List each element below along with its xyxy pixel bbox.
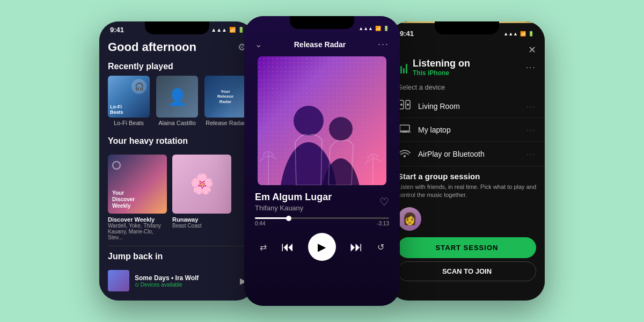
phone-right: 9:41 ▲▲▲ 📶 🔋 ✕ Listening on bbox=[389, 21, 545, 301]
rp-item-lofi[interactable]: 🎧 Lo-FiBeats Lo-Fi Beats bbox=[108, 76, 150, 127]
right-screen: 9:41 ▲▲▲ 📶 🔋 ✕ Listening on bbox=[389, 21, 545, 301]
device-name-laptop: My laptop bbox=[418, 126, 520, 134]
rp-cover-radar: YourReleaseRadar bbox=[204, 76, 246, 118]
listening-more-icon[interactable]: ··· bbox=[526, 63, 536, 72]
phone-left: 9:41 ▲▲▲ 📶 🔋 Good afternoon ⚙ Recently p… bbox=[99, 21, 255, 301]
svg-point-7 bbox=[407, 104, 409, 106]
time-total: -3:13 bbox=[377, 221, 389, 226]
notch-right bbox=[435, 21, 499, 34]
jb-title: Some Days • Ira Wolf bbox=[135, 274, 235, 282]
time-left: 9:41 bbox=[110, 26, 124, 34]
bar3 bbox=[403, 68, 405, 74]
scan-to-join-button[interactable]: SCAN TO JOIN bbox=[398, 261, 536, 281]
track-title: Em Algum Lugar bbox=[255, 192, 332, 203]
signal-icon-c: ▲▲▲ bbox=[358, 26, 373, 31]
play-button[interactable]: ▶ bbox=[308, 233, 336, 261]
jb-info: Some Days • Ira Wolf ⊙ Devices available bbox=[135, 274, 235, 288]
left-header: Good afternoon ⚙ bbox=[99, 36, 255, 58]
shuffle-icon[interactable]: ⇄ bbox=[260, 242, 267, 252]
prev-track-icon[interactable]: ⏮ bbox=[281, 239, 294, 254]
repeat-icon[interactable]: ↺ bbox=[377, 242, 384, 252]
playback-controls: ⇄ ⏮ ▶ ⏭ ↺ bbox=[244, 229, 400, 265]
listening-on: Listening on This iPhone ··· bbox=[389, 56, 545, 81]
progress-times: 0:44 -3:13 bbox=[255, 221, 389, 226]
avatar-row: 👩 bbox=[389, 203, 545, 235]
select-device-label: Select a device bbox=[389, 81, 545, 94]
progress-bar[interactable] bbox=[255, 217, 389, 219]
device-more-living-room[interactable]: ··· bbox=[526, 102, 536, 111]
wifi-icon-c: 📶 bbox=[375, 26, 381, 31]
rp-item-radar[interactable]: YourReleaseRadar Release Radar bbox=[204, 76, 246, 127]
battery-icon-c: 🔋 bbox=[383, 26, 389, 31]
device-item-living-room[interactable]: Living Room ··· bbox=[389, 94, 545, 118]
svg-point-3 bbox=[329, 117, 353, 141]
wifi-icon: 📶 bbox=[229, 27, 236, 33]
progress-bar-wrap: 0:44 -3:13 bbox=[244, 212, 400, 229]
home-greeting: Good afternoon bbox=[108, 40, 196, 54]
center-top-bar: ⌄ Release Radar ··· bbox=[244, 33, 400, 54]
device-name-living-room: Living Room bbox=[418, 102, 520, 111]
heavy-rotation-title: Your heavy rotation bbox=[99, 133, 255, 150]
listening-sub: This iPhone bbox=[413, 69, 470, 77]
device-more-airplay[interactable]: ··· bbox=[526, 150, 536, 158]
listening-title: Listening on bbox=[413, 58, 470, 69]
signal-icon: ▲▲▲ bbox=[211, 27, 227, 33]
group-session: Start a group session Listen with friend… bbox=[389, 166, 545, 203]
jb-sub: ⊙ Devices available bbox=[135, 282, 235, 288]
svg-point-1 bbox=[294, 106, 324, 136]
avatar: 👩 bbox=[398, 207, 421, 231]
bar2 bbox=[400, 66, 402, 74]
wifi-icon-r: 📶 bbox=[520, 31, 526, 36]
hr-item-dw[interactable]: YourDiscoverWeekly Discover Weekly Warde… bbox=[108, 155, 167, 240]
rp-label-alaina: Alaina Castillo bbox=[158, 120, 196, 127]
center-screen: ▲▲▲ 📶 🔋 ⌄ Release Radar ··· bbox=[244, 16, 400, 306]
recently-played-row: 🎧 Lo-FiBeats Lo-Fi Beats 👤 Alaina Castil… bbox=[99, 76, 255, 133]
jump-back-title: Jump back in bbox=[99, 248, 255, 266]
phone-center: ▲▲▲ 📶 🔋 ⌄ Release Radar ··· bbox=[244, 16, 400, 306]
disc-icon bbox=[112, 161, 121, 170]
device-name-airplay: AirPlay or Bluetooth bbox=[418, 150, 520, 158]
more-options-icon[interactable]: ··· bbox=[378, 39, 389, 50]
hr-sublabel-runaway: Beast Coast bbox=[172, 223, 231, 229]
listening-text: Listening on This iPhone bbox=[413, 58, 470, 77]
device-more-laptop[interactable]: ··· bbox=[526, 126, 536, 134]
device-item-airplay[interactable]: AirPlay or Bluetooth ··· bbox=[389, 142, 545, 166]
signal-icon-r: ▲▲▲ bbox=[503, 31, 518, 36]
track-artist: Thifany Kauany bbox=[255, 204, 332, 212]
rp-cover-alaina: 👤 bbox=[156, 76, 198, 118]
album-art-background bbox=[258, 56, 386, 185]
jb-item[interactable]: Some Days • Ira Wolf ⊙ Devices available… bbox=[99, 266, 255, 296]
hr-cover-runaway: 🌸 bbox=[172, 155, 231, 214]
bar4 bbox=[406, 64, 407, 74]
hr-item-runaway[interactable]: 🌸 Runaway Beast Coast bbox=[172, 155, 231, 240]
rp-item-alaina[interactable]: 👤 Alaina Castillo bbox=[156, 76, 198, 127]
svg-rect-8 bbox=[400, 125, 409, 131]
chevron-down-icon[interactable]: ⌄ bbox=[255, 39, 262, 49]
jb-cover bbox=[108, 270, 129, 291]
right-header: ✕ bbox=[389, 40, 545, 56]
hr-label-dw: Discover Weekly bbox=[108, 216, 167, 223]
time-current: 0:44 bbox=[255, 221, 265, 226]
next-track-icon[interactable]: ⏭ bbox=[350, 239, 363, 254]
time-right: 9:41 bbox=[400, 30, 414, 38]
svg-point-9 bbox=[404, 155, 406, 157]
group-session-desc: Listen with friends, in real time. Pick … bbox=[398, 183, 536, 200]
rp-label-lofi: Lo-Fi Beats bbox=[114, 120, 144, 127]
track-text: Em Algum Lugar Thifany Kauany bbox=[255, 192, 332, 212]
heart-icon[interactable]: ♡ bbox=[379, 195, 389, 208]
close-icon[interactable]: ✕ bbox=[528, 44, 536, 56]
left-screen: 9:41 ▲▲▲ 📶 🔋 Good afternoon ⚙ Recently p… bbox=[99, 21, 255, 301]
heavy-rotation-row: YourDiscoverWeekly Discover Weekly Warde… bbox=[99, 150, 255, 246]
progress-fill bbox=[255, 217, 289, 219]
divider bbox=[108, 246, 246, 246]
rp-cover-lofi: 🎧 Lo-FiBeats bbox=[108, 76, 150, 118]
device-item-laptop[interactable]: My laptop ··· bbox=[389, 118, 545, 142]
battery-icon: 🔋 bbox=[238, 27, 244, 33]
start-session-button[interactable]: START SESSION bbox=[398, 237, 536, 258]
phones-container: 9:41 ▲▲▲ 📶 🔋 Good afternoon ⚙ Recently p… bbox=[0, 0, 644, 322]
battery-icon-r: 🔋 bbox=[528, 31, 534, 36]
playlist-name: Release Radar bbox=[294, 40, 346, 49]
hr-sublabel-dw: Wardell, Yoke, Thifany Kauany, Marie-Clo… bbox=[108, 223, 167, 240]
status-icons-center: ▲▲▲ 📶 🔋 bbox=[358, 26, 389, 31]
album-art bbox=[258, 56, 386, 185]
